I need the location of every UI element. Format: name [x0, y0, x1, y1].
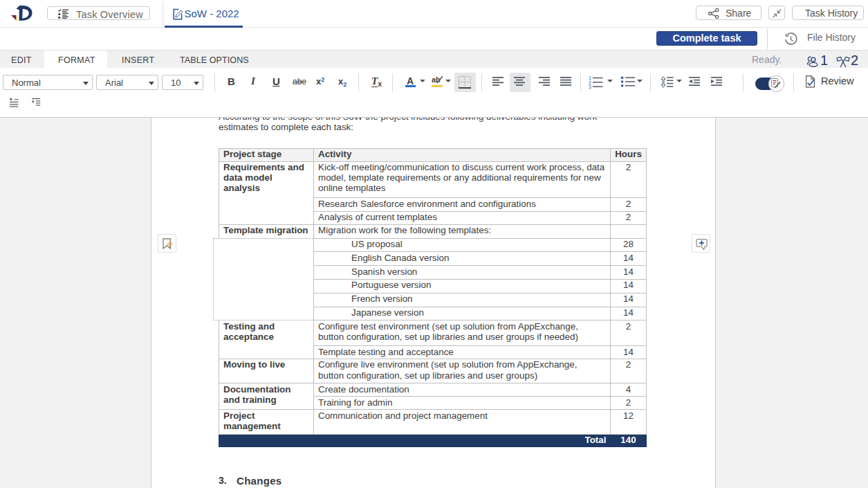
- svg-text:3: 3: [589, 84, 591, 89]
